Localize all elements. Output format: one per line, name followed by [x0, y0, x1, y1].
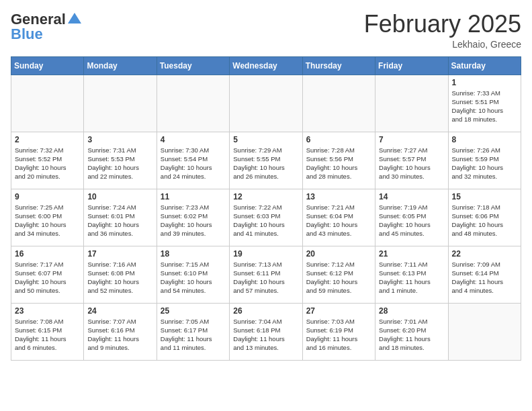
- calendar-table: SundayMondayTuesdayWednesdayThursdayFrid…: [11, 56, 521, 361]
- day-cell: [11, 75, 84, 132]
- day-info: Sunrise: 7:30 AMSunset: 5:54 PMDaylight:…: [161, 146, 226, 181]
- day-info: Sunrise: 7:31 AMSunset: 5:53 PMDaylight:…: [87, 146, 152, 181]
- day-info: Sunrise: 7:05 AMSunset: 6:17 PMDaylight:…: [161, 317, 226, 353]
- weekday-header: Tuesday: [157, 56, 229, 75]
- month-title: February 2025: [364, 11, 521, 38]
- day-info: Sunrise: 7:26 AMSunset: 5:59 PMDaylight:…: [452, 146, 517, 181]
- day-cell: 8Sunrise: 7:26 AMSunset: 5:59 PMDaylight…: [448, 132, 521, 189]
- day-info: Sunrise: 7:27 AMSunset: 5:57 PMDaylight:…: [379, 146, 444, 181]
- day-info: Sunrise: 7:17 AMSunset: 6:07 PMDaylight:…: [15, 260, 80, 295]
- day-info: Sunrise: 7:16 AMSunset: 6:08 PMDaylight:…: [87, 260, 152, 295]
- svg-marker-0: [68, 13, 81, 24]
- day-cell: [302, 75, 375, 132]
- day-cell: 7Sunrise: 7:27 AMSunset: 5:57 PMDaylight…: [375, 132, 448, 189]
- day-info: Sunrise: 7:03 AMSunset: 6:19 PMDaylight:…: [306, 317, 371, 353]
- day-info: Sunrise: 7:29 AMSunset: 5:55 PMDaylight:…: [233, 146, 298, 181]
- day-info: Sunrise: 7:28 AMSunset: 5:56 PMDaylight:…: [306, 146, 371, 181]
- day-info: Sunrise: 7:01 AMSunset: 6:20 PMDaylight:…: [379, 317, 444, 353]
- day-number: 27: [306, 306, 371, 316]
- day-cell: 23Sunrise: 7:08 AMSunset: 6:15 PMDayligh…: [11, 303, 84, 360]
- page-header: General Blue February 2025 Lekhaio, Gree…: [11, 11, 521, 50]
- day-cell: 27Sunrise: 7:03 AMSunset: 6:19 PMDayligh…: [302, 303, 375, 360]
- day-cell: 11Sunrise: 7:23 AMSunset: 6:02 PMDayligh…: [157, 189, 229, 246]
- day-info: Sunrise: 7:11 AMSunset: 6:13 PMDaylight:…: [379, 260, 444, 295]
- day-cell: 9Sunrise: 7:25 AMSunset: 6:00 PMDaylight…: [11, 189, 84, 246]
- day-cell: 10Sunrise: 7:24 AMSunset: 6:01 PMDayligh…: [84, 189, 157, 246]
- logo-icon: [68, 13, 81, 24]
- day-number: 24: [87, 306, 152, 316]
- day-cell: 18Sunrise: 7:15 AMSunset: 6:10 PMDayligh…: [157, 246, 229, 303]
- day-number: 23: [15, 306, 80, 316]
- day-cell: 16Sunrise: 7:17 AMSunset: 6:07 PMDayligh…: [11, 246, 84, 303]
- day-number: 9: [15, 192, 80, 201]
- weekday-header: Thursday: [302, 56, 375, 75]
- day-info: Sunrise: 7:21 AMSunset: 6:04 PMDaylight:…: [306, 203, 371, 238]
- day-cell: [157, 75, 229, 132]
- day-info: Sunrise: 7:07 AMSunset: 6:16 PMDaylight:…: [87, 317, 152, 353]
- day-info: Sunrise: 7:18 AMSunset: 6:06 PMDaylight:…: [452, 203, 517, 238]
- day-info: Sunrise: 7:19 AMSunset: 6:05 PMDaylight:…: [379, 203, 444, 238]
- day-number: 12: [233, 192, 298, 201]
- day-number: 14: [379, 192, 444, 201]
- day-cell: [448, 303, 521, 360]
- day-cell: 25Sunrise: 7:05 AMSunset: 6:17 PMDayligh…: [157, 303, 229, 360]
- day-number: 3: [87, 135, 152, 144]
- day-cell: 24Sunrise: 7:07 AMSunset: 6:16 PMDayligh…: [84, 303, 157, 360]
- day-cell: 26Sunrise: 7:04 AMSunset: 6:18 PMDayligh…: [230, 303, 302, 360]
- logo: General Blue: [11, 11, 81, 43]
- weekday-header: Saturday: [448, 56, 521, 75]
- day-number: 20: [306, 249, 371, 259]
- day-cell: 1Sunrise: 7:33 AMSunset: 5:51 PMDaylight…: [448, 75, 521, 132]
- day-info: Sunrise: 7:15 AMSunset: 6:10 PMDaylight:…: [161, 260, 226, 295]
- day-number: 17: [87, 249, 152, 259]
- weekday-header: Wednesday: [230, 56, 302, 75]
- day-cell: 2Sunrise: 7:32 AMSunset: 5:52 PMDaylight…: [11, 132, 84, 189]
- day-number: 1: [452, 78, 517, 87]
- day-number: 11: [161, 192, 226, 201]
- week-row: 9Sunrise: 7:25 AMSunset: 6:00 PMDaylight…: [11, 189, 521, 246]
- day-info: Sunrise: 7:23 AMSunset: 6:02 PMDaylight:…: [161, 203, 226, 238]
- weekday-header: Friday: [375, 56, 448, 75]
- week-row: 2Sunrise: 7:32 AMSunset: 5:52 PMDaylight…: [11, 132, 521, 189]
- day-info: Sunrise: 7:22 AMSunset: 6:03 PMDaylight:…: [233, 203, 298, 238]
- day-number: 13: [306, 192, 371, 201]
- day-info: Sunrise: 7:32 AMSunset: 5:52 PMDaylight:…: [15, 146, 80, 181]
- day-cell: 17Sunrise: 7:16 AMSunset: 6:08 PMDayligh…: [84, 246, 157, 303]
- weekday-header: Monday: [84, 56, 157, 75]
- day-cell: 22Sunrise: 7:09 AMSunset: 6:14 PMDayligh…: [448, 246, 521, 303]
- day-cell: 19Sunrise: 7:13 AMSunset: 6:11 PMDayligh…: [230, 246, 302, 303]
- day-cell: 3Sunrise: 7:31 AMSunset: 5:53 PMDaylight…: [84, 132, 157, 189]
- day-info: Sunrise: 7:09 AMSunset: 6:14 PMDaylight:…: [452, 260, 517, 295]
- day-cell: 28Sunrise: 7:01 AMSunset: 6:20 PMDayligh…: [375, 303, 448, 360]
- day-info: Sunrise: 7:12 AMSunset: 6:12 PMDaylight:…: [306, 260, 371, 295]
- day-number: 21: [379, 249, 444, 259]
- day-number: 22: [452, 249, 517, 259]
- day-cell: 5Sunrise: 7:29 AMSunset: 5:55 PMDaylight…: [230, 132, 302, 189]
- day-info: Sunrise: 7:24 AMSunset: 6:01 PMDaylight:…: [87, 203, 152, 238]
- day-cell: 13Sunrise: 7:21 AMSunset: 6:04 PMDayligh…: [302, 189, 375, 246]
- logo-blue: Blue: [11, 26, 43, 43]
- day-number: 28: [379, 306, 444, 316]
- day-info: Sunrise: 7:04 AMSunset: 6:18 PMDaylight:…: [233, 317, 298, 353]
- day-cell: [375, 75, 448, 132]
- day-info: Sunrise: 7:08 AMSunset: 6:15 PMDaylight:…: [15, 317, 80, 353]
- day-number: 18: [161, 249, 226, 259]
- title-block: February 2025 Lekhaio, Greece: [364, 11, 521, 50]
- day-info: Sunrise: 7:13 AMSunset: 6:11 PMDaylight:…: [233, 260, 298, 295]
- day-cell: 20Sunrise: 7:12 AMSunset: 6:12 PMDayligh…: [302, 246, 375, 303]
- day-number: 5: [233, 135, 298, 144]
- day-number: 26: [233, 306, 298, 316]
- day-cell: 12Sunrise: 7:22 AMSunset: 6:03 PMDayligh…: [230, 189, 302, 246]
- day-number: 15: [452, 192, 517, 201]
- week-row: 23Sunrise: 7:08 AMSunset: 6:15 PMDayligh…: [11, 303, 521, 360]
- weekday-header: Sunday: [11, 56, 84, 75]
- day-number: 10: [87, 192, 152, 201]
- day-number: 25: [161, 306, 226, 316]
- day-cell: 6Sunrise: 7:28 AMSunset: 5:56 PMDaylight…: [302, 132, 375, 189]
- day-number: 4: [161, 135, 226, 144]
- day-cell: 14Sunrise: 7:19 AMSunset: 6:05 PMDayligh…: [375, 189, 448, 246]
- day-cell: [230, 75, 302, 132]
- day-number: 19: [233, 249, 298, 259]
- day-cell: [84, 75, 157, 132]
- day-cell: 4Sunrise: 7:30 AMSunset: 5:54 PMDaylight…: [157, 132, 229, 189]
